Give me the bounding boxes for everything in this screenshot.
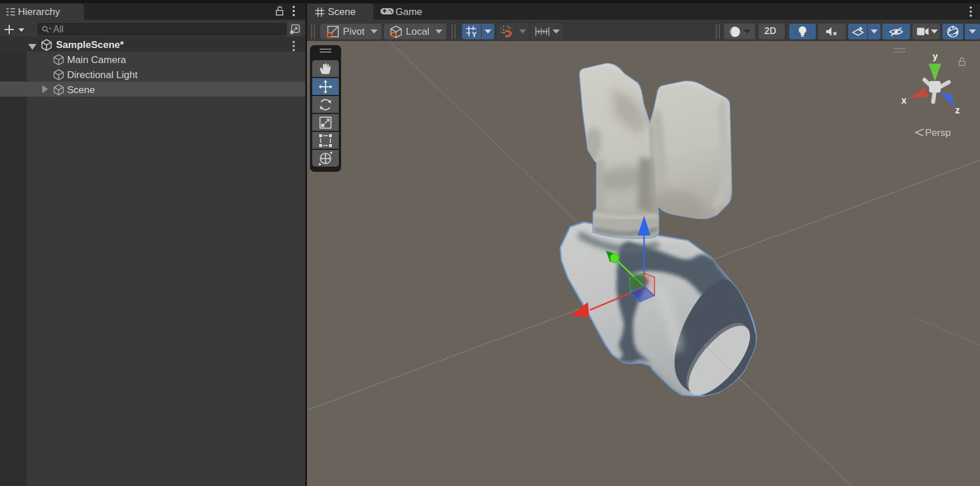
svg-text:y: y (933, 51, 938, 61)
svg-text:z: z (955, 105, 960, 115)
svg-text:Y: Y (472, 31, 477, 38)
svg-text:x: x (901, 95, 907, 105)
svg-text:Persp: Persp (925, 127, 951, 138)
